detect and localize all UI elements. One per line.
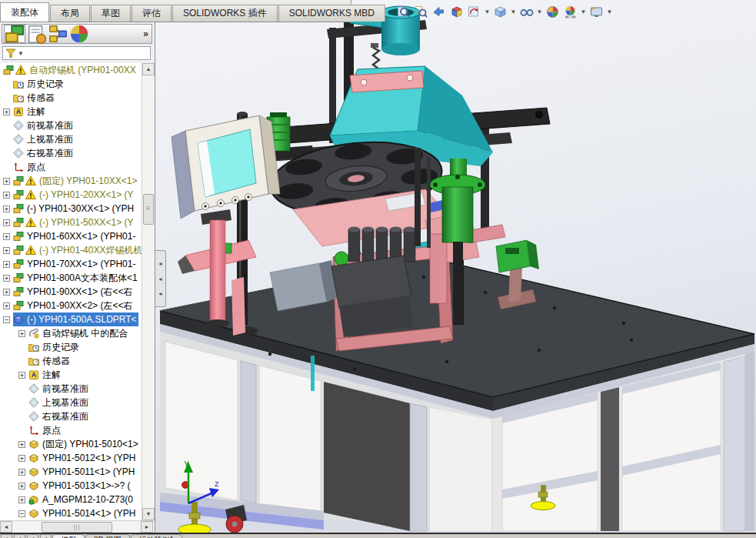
featuremanager-tree-tab[interactable] bbox=[4, 25, 25, 43]
sheet-nav-prev-button[interactable]: ◂ bbox=[14, 534, 25, 538]
expand-toggle[interactable]: − bbox=[3, 316, 10, 323]
panel-collapse-handle[interactable]: ◄ ◄ ◄ bbox=[155, 250, 166, 307]
expand-toggle[interactable]: + bbox=[18, 441, 25, 448]
section-view-icon[interactable] bbox=[448, 4, 465, 20]
bottom-tab-模型[interactable]: 模型 bbox=[52, 534, 85, 538]
expand-toggle[interactable]: + bbox=[3, 302, 10, 309]
tree-row[interactable]: +A注解 bbox=[0, 105, 142, 119]
tree-row[interactable]: +(-) YPH01-40XX焊锡机机 bbox=[0, 243, 142, 257]
expand-toggle[interactable]: + bbox=[18, 455, 25, 462]
tree-row[interactable]: +YPH01-70XX<1> (YPH01- bbox=[0, 257, 142, 271]
tree-row[interactable]: +(-) YPH01-30XX<1> (YPH bbox=[0, 202, 142, 216]
scroll-right-button[interactable]: ► bbox=[141, 521, 153, 533]
tree-row[interactable]: +YPH01-90XX<2> (左<<右 bbox=[0, 299, 142, 312]
scroll-left-button[interactable]: ◄ bbox=[0, 521, 12, 533]
tree-row[interactable]: −YPH01-5014<1> (YPH bbox=[0, 506, 142, 520]
expand-toggle[interactable]: + bbox=[3, 275, 10, 282]
panel-tabs-overflow[interactable]: » bbox=[143, 28, 148, 39]
view-settings-icon-dropdown[interactable]: ▼ bbox=[606, 8, 613, 15]
expand-toggle[interactable]: + bbox=[18, 483, 25, 490]
expand-toggle[interactable]: + bbox=[3, 192, 10, 199]
ribbon-tab-SOLIDWORKS 插件[interactable]: SOLIDWORKS 插件 bbox=[172, 5, 278, 22]
hide-show-items-icon-dropdown[interactable]: ▼ bbox=[536, 8, 543, 15]
configurationmanager-tab[interactable] bbox=[47, 25, 68, 43]
tree-row[interactable]: 自动焊锡机 (YPH01-00XX bbox=[0, 63, 142, 77]
tree-row[interactable]: 传感器 bbox=[0, 91, 142, 105]
hide-show-items-icon[interactable] bbox=[518, 4, 535, 20]
filter-dropdown-caret[interactable]: ▼ bbox=[18, 50, 24, 57]
tree-row[interactable]: 前视基准面 bbox=[0, 382, 142, 396]
tree-row[interactable]: 右视基准面 bbox=[0, 409, 142, 423]
tree-row[interactable]: 前视基准面 bbox=[0, 119, 142, 132]
scroll-down-button[interactable]: ▼ bbox=[142, 508, 155, 520]
vertical-scroll-thumb[interactable] bbox=[143, 194, 154, 225]
expand-toggle[interactable]: + bbox=[18, 372, 25, 379]
appearances-tab[interactable] bbox=[68, 25, 90, 43]
tree-row[interactable]: +YPH01-5011<1> (YPH bbox=[0, 465, 142, 479]
expand-toggle[interactable]: + bbox=[3, 233, 10, 240]
expand-toggle[interactable]: + bbox=[3, 261, 10, 268]
tree-row[interactable]: 历史记录 bbox=[0, 77, 142, 91]
expand-toggle[interactable]: + bbox=[3, 178, 10, 185]
tree-row[interactable]: 历史记录 bbox=[0, 340, 142, 354]
expand-toggle[interactable]: + bbox=[3, 206, 10, 212]
expand-toggle[interactable]: + bbox=[18, 330, 25, 337]
viewport-3d[interactable]: Y Z ▼▼▼▼▼ ◄ ◄ ◄ bbox=[154, 0, 756, 533]
tree-row[interactable]: +YPH01-60XX<1> (YPH01- bbox=[0, 229, 142, 243]
expand-toggle[interactable]: + bbox=[3, 247, 10, 254]
ribbon-tab-SOLIDWORKS MBD[interactable]: SOLIDWORKS MBD bbox=[278, 5, 385, 22]
zoom-area-icon[interactable] bbox=[413, 4, 429, 20]
tree-row[interactable]: 右视基准面 bbox=[0, 146, 142, 160]
display-style-icon-dropdown[interactable]: ▼ bbox=[510, 8, 517, 15]
warning-icon bbox=[25, 189, 36, 200]
view-settings-icon[interactable] bbox=[588, 4, 604, 20]
horizontal-scroll-thumb[interactable]: ||| bbox=[42, 522, 112, 533]
tree-row[interactable]: +A_MGPM12-10-Z73(0 bbox=[0, 493, 142, 506]
tree-row[interactable]: 传感器 bbox=[0, 354, 142, 368]
expand-toggle[interactable]: + bbox=[3, 109, 10, 115]
tree-row-label: 自动焊锡机 (YPH01-00XX bbox=[28, 63, 138, 77]
view-orientation-icon-dropdown[interactable]: ▼ bbox=[484, 8, 491, 15]
ribbon-tab-装配体[interactable]: 装配体 bbox=[0, 2, 49, 22]
tree-row[interactable]: +自动焊锡机 中的配合 bbox=[0, 326, 142, 340]
tree-row[interactable]: +(固定) YPH01-5010<1> bbox=[0, 437, 142, 451]
expand-toggle[interactable]: − bbox=[18, 510, 25, 517]
tree-row[interactable]: +YPH01-90XX<1> (右<<右 bbox=[0, 285, 142, 299]
ribbon-tab-评估[interactable]: 评估 bbox=[132, 5, 172, 22]
tree-horizontal-scrollbar[interactable]: ◄ ||| ► bbox=[0, 520, 154, 533]
propertymanager-tab[interactable] bbox=[25, 25, 47, 43]
tree-row[interactable]: 原点 bbox=[0, 423, 142, 437]
apply-scene-icon[interactable] bbox=[562, 4, 578, 20]
tree-vertical-scrollbar[interactable]: ▲ ▼ bbox=[142, 63, 155, 520]
previous-view-icon[interactable] bbox=[431, 4, 447, 20]
expand-toggle[interactable]: + bbox=[18, 469, 25, 476]
tree-row[interactable]: +(-) YPH01-20XX<1> (Y bbox=[0, 188, 142, 202]
tree-row[interactable]: +YPH01-5012<1> (YPH bbox=[0, 451, 142, 465]
zoom-fit-icon[interactable] bbox=[395, 4, 411, 20]
apply-scene-icon-dropdown[interactable]: ▼ bbox=[580, 8, 587, 15]
tree-row[interactable]: 上视基准面 bbox=[0, 132, 142, 146]
expand-toggle[interactable]: + bbox=[3, 289, 10, 296]
expand-toggle[interactable]: + bbox=[3, 219, 10, 226]
display-style-icon[interactable] bbox=[492, 4, 508, 20]
bottom-tab-3D 视图[interactable]: 3D 视图 bbox=[85, 534, 130, 538]
bottom-tab-运动算例1[interactable]: 运动算例1 bbox=[131, 534, 183, 538]
ribbon-tab-草图[interactable]: 草图 bbox=[91, 5, 131, 22]
tree-row[interactable]: +(固定) YPH01-10XX<1> bbox=[0, 174, 142, 188]
sheet-nav-next-button[interactable]: ◂ bbox=[27, 534, 38, 538]
edit-appearance-icon[interactable] bbox=[545, 4, 561, 20]
sheet-nav-last-button[interactable]: ◂ bbox=[40, 534, 52, 538]
scroll-up-button[interactable]: ▲ bbox=[142, 63, 155, 75]
tree-row[interactable]: 上视基准面 bbox=[0, 396, 142, 409]
tree-row[interactable]: 原点 bbox=[0, 160, 142, 174]
sheet-nav-first-button[interactable]: ◂ bbox=[1, 534, 12, 538]
expand-toggle[interactable]: + bbox=[18, 496, 25, 503]
tree-row[interactable]: +A注解 bbox=[0, 368, 142, 382]
tree-row[interactable]: +YPH01-5013<1>->? ( bbox=[0, 479, 142, 493]
tree-filter[interactable]: ▼ bbox=[2, 46, 151, 60]
ribbon-tab-布局[interactable]: 布局 bbox=[50, 5, 90, 22]
tree-row[interactable]: −(-) YPH01-500A.SLDPRT< bbox=[0, 312, 142, 326]
tree-row[interactable]: +(-) YPH01-50XX<1> (Y bbox=[0, 216, 142, 229]
view-orientation-icon[interactable] bbox=[466, 4, 482, 20]
tree-row[interactable]: +YPH01-800A文本装配体<1 bbox=[0, 271, 142, 285]
